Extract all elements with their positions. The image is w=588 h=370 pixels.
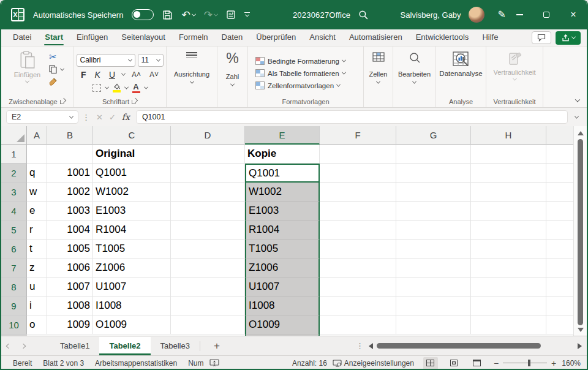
close-button[interactable]: × bbox=[560, 0, 587, 29]
display-settings-button[interactable]: Anzeigeeinstellungen bbox=[333, 359, 414, 368]
cell-A10[interactable]: o bbox=[27, 315, 47, 334]
cell-D9[interactable] bbox=[171, 296, 245, 315]
shrink-font-button[interactable]: A˅ bbox=[148, 70, 160, 79]
cell-E10[interactable]: O1009 bbox=[245, 315, 320, 334]
add-sheet-button[interactable]: + bbox=[200, 340, 233, 352]
cell-C3[interactable]: W1002 bbox=[93, 183, 171, 202]
italic-button[interactable]: K bbox=[93, 70, 102, 80]
cell-D7[interactable] bbox=[171, 259, 245, 278]
zoom-out-button[interactable]: − bbox=[494, 358, 499, 368]
cell-B9[interactable]: 1008 bbox=[47, 296, 93, 315]
cell-H7[interactable] bbox=[471, 259, 546, 278]
grow-font-button[interactable]: A˄ bbox=[130, 70, 143, 79]
font-dialog-launcher-icon[interactable] bbox=[132, 99, 137, 104]
cell-H1[interactable] bbox=[471, 145, 546, 164]
cell-E6[interactable]: T1005 bbox=[245, 240, 320, 259]
clipboard-dialog-launcher-icon[interactable] bbox=[60, 99, 66, 104]
tab-datei[interactable]: Datei bbox=[6, 30, 38, 45]
zoom-slider-thumb[interactable] bbox=[528, 360, 530, 366]
workbook-statistics-button[interactable]: Arbeitsmappenstatistiken bbox=[89, 359, 183, 368]
tab-automatisieren[interactable]: Automatisieren bbox=[342, 30, 409, 45]
cell-I9[interactable] bbox=[546, 296, 576, 315]
cell-A5[interactable]: r bbox=[27, 221, 47, 240]
cell-H8[interactable] bbox=[471, 278, 546, 296]
cancel-icon[interactable]: ✕ bbox=[96, 113, 103, 122]
cell-C8[interactable]: U1007 bbox=[93, 278, 171, 296]
cell-G5[interactable] bbox=[396, 221, 471, 240]
row-header-6[interactable]: 6 bbox=[1, 240, 27, 259]
cells-group[interactable]: Zellen bbox=[364, 47, 393, 107]
column-header-g[interactable]: G bbox=[396, 126, 471, 145]
cell-F6[interactable] bbox=[320, 240, 396, 259]
quick-access-list-icon[interactable] bbox=[226, 10, 236, 20]
cell-I7[interactable] bbox=[546, 259, 576, 278]
cell-H10[interactable] bbox=[471, 315, 546, 334]
cell-E5[interactable]: R1004 bbox=[245, 221, 320, 240]
cell-D6[interactable] bbox=[171, 240, 245, 259]
qat-customize-icon[interactable] bbox=[244, 12, 250, 18]
cell-A9[interactable]: i bbox=[27, 296, 47, 315]
document-title[interactable]: 20230627Office bbox=[293, 10, 350, 20]
cell-A7[interactable]: z bbox=[27, 259, 47, 278]
cell-G4[interactable] bbox=[396, 202, 471, 221]
sheet-tab-tabelle2[interactable]: Tabelle2 bbox=[99, 337, 150, 355]
column-header-d[interactable]: D bbox=[171, 126, 245, 145]
sheet-tab-tabelle3[interactable]: Tabelle3 bbox=[151, 337, 200, 355]
cell-H9[interactable] bbox=[471, 296, 546, 315]
cell-D5[interactable] bbox=[171, 221, 245, 240]
cell-E4[interactable]: E1003 bbox=[245, 202, 320, 221]
cell-A4[interactable]: e bbox=[27, 202, 47, 221]
cell-B5[interactable]: 1004 bbox=[47, 221, 93, 240]
sensitivity-button[interactable]: Vertraulichkeit bbox=[489, 51, 539, 96]
paste-button[interactable]: Einfügen bbox=[10, 51, 44, 96]
sheet-nav-prev-icon[interactable] bbox=[1, 344, 16, 348]
sheet-bar-splitter[interactable]: ⋮ bbox=[356, 341, 364, 350]
select-all-corner[interactable] bbox=[1, 126, 27, 145]
insert-function-icon[interactable]: fx bbox=[122, 112, 130, 122]
search-icon[interactable] bbox=[358, 10, 369, 20]
row-header-3[interactable]: 3 bbox=[1, 183, 27, 202]
font-name-select[interactable]: Calibri bbox=[77, 54, 135, 67]
column-header-a[interactable]: A bbox=[27, 126, 47, 145]
cell-B7[interactable]: 1006 bbox=[47, 259, 93, 278]
enter-icon[interactable]: ✓ bbox=[109, 113, 116, 122]
tab-ueberpruefen[interactable]: Überprüfen bbox=[249, 30, 303, 45]
zoom-level[interactable]: 160% bbox=[562, 359, 581, 368]
collapse-ribbon-chevron-icon[interactable] bbox=[575, 97, 580, 102]
cell-A6[interactable]: t bbox=[27, 240, 47, 259]
cell-G7[interactable] bbox=[396, 259, 471, 278]
cell-C10[interactable]: O1009 bbox=[93, 315, 171, 334]
tab-seitenlayout[interactable]: Seitenlayout bbox=[115, 30, 172, 45]
cell-E9[interactable]: I1008 bbox=[245, 296, 320, 315]
column-header-partial[interactable] bbox=[546, 126, 576, 145]
horizontal-scrollbar[interactable] bbox=[369, 343, 582, 349]
cell-H2[interactable] bbox=[471, 164, 546, 183]
alignment-group[interactable]: Ausrichtung bbox=[167, 47, 217, 107]
cell-E2-active[interactable]: Q1001 bbox=[245, 164, 320, 183]
cell-H3[interactable] bbox=[471, 183, 546, 202]
underline-button[interactable]: U bbox=[107, 70, 117, 80]
tab-hilfe[interactable]: Hilfe bbox=[475, 30, 505, 45]
cell-B8[interactable]: 1007 bbox=[47, 278, 93, 296]
cell-A2[interactable]: q bbox=[27, 164, 47, 183]
cell-C9[interactable]: I1008 bbox=[93, 296, 171, 315]
cell-B3[interactable]: 1002 bbox=[47, 183, 93, 202]
cell-F2[interactable] bbox=[320, 164, 396, 183]
tab-entwicklertools[interactable]: Entwicklertools bbox=[409, 30, 476, 45]
cell-D4[interactable] bbox=[171, 202, 245, 221]
cell-D8[interactable] bbox=[171, 278, 245, 296]
row-header-5[interactable]: 5 bbox=[1, 221, 27, 240]
cell-G3[interactable] bbox=[396, 183, 471, 202]
user-avatar[interactable] bbox=[469, 7, 484, 23]
tab-ansicht[interactable]: Ansicht bbox=[303, 30, 342, 45]
cell-I10[interactable] bbox=[546, 315, 576, 334]
vertical-scrollbar-thumb[interactable] bbox=[578, 139, 583, 325]
cell-F9[interactable] bbox=[320, 296, 396, 315]
cell-D3[interactable] bbox=[171, 183, 245, 202]
row-header-7[interactable]: 7 bbox=[1, 259, 27, 278]
copy-button[interactable] bbox=[49, 65, 64, 74]
borders-icon[interactable] bbox=[92, 84, 101, 92]
sheet-tab-tabelle1[interactable]: Tabelle1 bbox=[50, 337, 99, 355]
column-header-e[interactable]: E bbox=[245, 126, 320, 145]
tab-formeln[interactable]: Formeln bbox=[172, 30, 215, 45]
